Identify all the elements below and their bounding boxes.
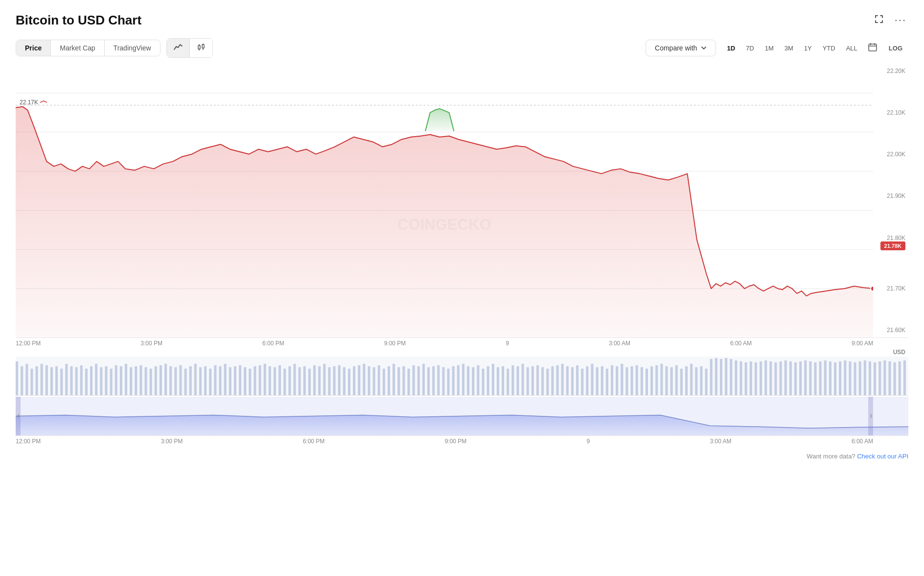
x-label-5: 9 [506, 340, 509, 347]
page-title: Bitcoin to USD Chart [16, 13, 141, 28]
more-icon[interactable]: ··· [893, 12, 908, 28]
svg-rect-52 [139, 365, 142, 395]
svg-rect-165 [700, 366, 702, 395]
compare-label: Compare with [655, 44, 697, 52]
tab-price[interactable]: Price [16, 40, 51, 56]
y-label-5: 21.80K 21.78K [873, 235, 908, 250]
svg-rect-88 [318, 366, 321, 395]
tab-market-cap[interactable]: Market Cap [51, 40, 104, 56]
y-label-4: 21.90K [873, 192, 908, 199]
mini-x-label-6: 3:00 AM [710, 438, 732, 445]
calendar-btn[interactable] [863, 39, 882, 57]
x-label-4: 9:00 PM [384, 340, 406, 347]
svg-rect-205 [899, 361, 901, 395]
svg-rect-58 [169, 366, 172, 395]
svg-rect-125 [502, 366, 504, 395]
svg-rect-53 [144, 367, 147, 395]
svg-rect-158 [665, 366, 668, 395]
svg-rect-77 [264, 364, 266, 395]
svg-rect-8 [198, 46, 200, 49]
candle-chart-btn[interactable] [190, 39, 212, 57]
time-3m[interactable]: 3M [780, 41, 798, 55]
svg-rect-27 [16, 361, 18, 395]
svg-rect-139 [571, 367, 574, 395]
svg-rect-100 [378, 365, 380, 395]
svg-rect-45 [105, 366, 107, 395]
chart-tab-group: Price Market Cap TradingView [16, 40, 161, 56]
mini-x-label-1: 12:00 PM [16, 438, 41, 445]
svg-rect-75 [254, 366, 256, 395]
svg-rect-197 [859, 361, 861, 395]
svg-rect-84 [299, 367, 301, 395]
x-label-1: 12:00 PM [16, 340, 41, 347]
svg-rect-36 [60, 369, 63, 395]
api-link[interactable]: Check out our API [857, 453, 908, 460]
svg-rect-133 [541, 367, 544, 395]
svg-rect-65 [204, 366, 207, 395]
svg-rect-177 [760, 361, 762, 395]
main-chart-svg: COINGECKO [16, 64, 873, 337]
expand-icon[interactable] [872, 12, 886, 28]
svg-rect-202 [883, 360, 886, 395]
svg-rect-109 [422, 364, 425, 395]
svg-rect-83 [293, 364, 296, 395]
svg-rect-102 [388, 366, 390, 395]
svg-rect-153 [641, 367, 643, 395]
svg-rect-50 [130, 367, 132, 395]
svg-rect-117 [462, 364, 464, 395]
svg-rect-118 [467, 366, 469, 395]
svg-rect-198 [864, 360, 866, 395]
svg-rect-144 [596, 367, 599, 395]
x-label-8: 9:00 AM [852, 340, 873, 347]
tab-tradingview[interactable]: TradingView [105, 40, 160, 56]
x-label-6: 3:00 AM [609, 340, 630, 347]
svg-rect-95 [353, 366, 355, 395]
line-chart-btn[interactable] [167, 39, 190, 57]
svg-rect-132 [536, 365, 539, 395]
svg-rect-46 [110, 369, 113, 395]
svg-rect-183 [789, 361, 792, 395]
svg-rect-62 [189, 366, 192, 395]
svg-rect-140 [576, 365, 578, 395]
time-all[interactable]: ALL [841, 41, 862, 55]
svg-rect-136 [556, 365, 559, 395]
mini-left-handle[interactable]: ⁞ [16, 397, 21, 435]
svg-rect-74 [249, 369, 251, 395]
svg-rect-190 [824, 360, 827, 395]
time-1y[interactable]: 1Y [799, 41, 817, 55]
svg-rect-186 [804, 360, 807, 395]
mini-right-handle[interactable]: ⁞ [868, 397, 873, 435]
svg-rect-108 [417, 366, 420, 395]
log-btn[interactable]: LOG [883, 41, 908, 55]
time-ytd[interactable]: YTD [818, 41, 840, 55]
svg-rect-90 [328, 367, 330, 395]
svg-rect-149 [621, 364, 623, 395]
svg-rect-89 [323, 364, 325, 395]
compare-with-btn[interactable]: Compare with [646, 40, 716, 56]
time-1d[interactable]: 1D [722, 41, 740, 55]
svg-rect-184 [794, 362, 797, 395]
footer: Want more data? Check out our API [16, 447, 908, 460]
svg-rect-103 [393, 364, 395, 395]
time-7d[interactable]: 7D [741, 41, 759, 55]
svg-rect-187 [809, 361, 811, 395]
svg-rect-96 [358, 365, 360, 395]
svg-rect-76 [259, 365, 261, 395]
svg-rect-170 [725, 358, 727, 395]
svg-rect-155 [650, 366, 653, 395]
svg-rect-200 [874, 362, 876, 395]
mini-x-label-5: 9 [587, 438, 590, 445]
svg-rect-179 [769, 361, 772, 395]
svg-rect-79 [274, 367, 276, 395]
svg-rect-141 [581, 369, 583, 395]
currency-label-row: USD [16, 349, 908, 356]
svg-rect-166 [705, 369, 708, 395]
svg-rect-67 [214, 365, 216, 395]
peak-arrow-icon [40, 100, 47, 105]
time-1m[interactable]: 1M [760, 41, 779, 55]
svg-rect-188 [814, 362, 816, 395]
svg-rect-146 [606, 369, 608, 395]
svg-rect-127 [511, 365, 514, 395]
svg-rect-40 [80, 365, 83, 395]
svg-rect-44 [100, 367, 102, 395]
